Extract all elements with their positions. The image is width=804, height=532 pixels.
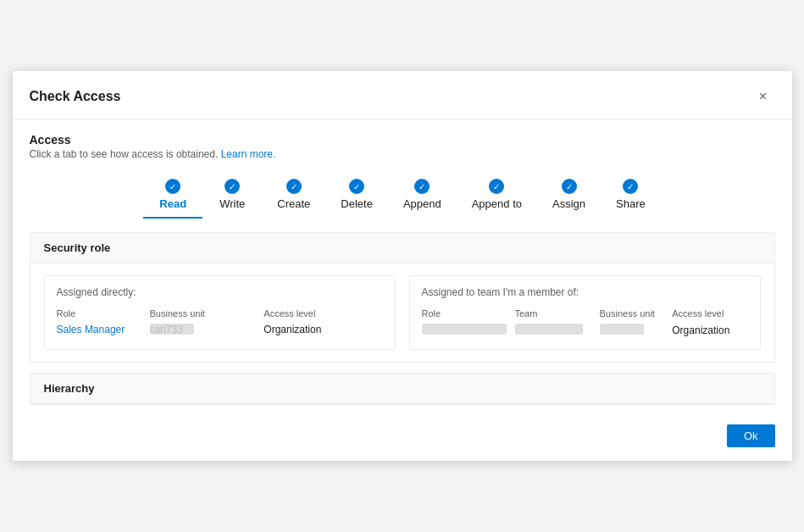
col-header-access-level: Access level [263,307,382,322]
business-unit-value: can733 [150,324,194,335]
create-check-icon: ✓ [286,179,302,194]
tab-read[interactable]: ✓ Read [143,174,202,219]
tab-create[interactable]: ✓ Create [262,174,325,219]
tab-append-label: Append [403,197,441,210]
team-access-level-cell: Organization [672,322,747,339]
col-header-team-role: Role [422,307,515,322]
assigned-grid: Assigned directly: Role Business unit Ac… [44,275,761,350]
assigned-directly-card: Assigned directly: Role Business unit Ac… [44,275,396,350]
assigned-team-table: Role Team Business unit Access level [422,307,748,339]
tab-write[interactable]: ✓ Write [202,174,262,219]
access-description: Click a tab to see how access is obtaine… [30,148,775,160]
write-check-icon: ✓ [225,179,240,194]
close-icon: × [759,89,767,104]
check-access-dialog: Check Access × Access Click a tab to see… [13,71,792,461]
learn-more-link[interactable]: Learn more. [221,148,276,160]
team-value [515,324,583,335]
security-role-body: Assigned directly: Role Business unit Ac… [30,263,774,362]
delete-check-icon: ✓ [349,179,364,194]
tab-assign[interactable]: ✓ Assign [537,174,601,219]
team-cell [515,322,600,339]
append-to-check-icon: ✓ [489,179,504,194]
hierarchy-section: Hierarchy [30,373,775,405]
tab-share[interactable]: ✓ Share [601,174,661,219]
table-row: Sales Manager can733 Organization [57,322,383,337]
security-role-section: Security role Assigned directly: Role Bu… [30,232,775,363]
tab-delete-label: Delete [341,197,373,210]
col-header-team: Team [515,307,600,322]
assigned-directly-title: Assigned directly: [57,286,383,298]
dialog-footer: Ok [727,424,775,447]
access-title: Access [30,133,775,147]
tab-write-label: Write [219,197,245,210]
dialog-body: Access Click a tab to see how access is … [13,119,792,429]
assigned-team-title: Assigned to team I'm a member of: [422,286,748,298]
team-business-unit-cell [600,322,673,339]
business-unit-cell: can733 [150,322,264,337]
table-row: Organization [422,322,748,339]
tab-read-label: Read [159,197,186,210]
ok-button[interactable]: Ok [727,424,775,447]
role-link-sales[interactable]: Sales [57,324,82,335]
tab-delete[interactable]: ✓ Delete [325,174,388,219]
col-header-business-unit: Business unit [150,307,264,322]
team-role-value [422,324,507,335]
append-check-icon: ✓ [414,179,430,194]
dialog-header: Check Access × [13,71,792,119]
tab-create-label: Create [277,197,310,210]
hierarchy-header: Hierarchy [30,374,774,404]
tab-assign-label: Assign [552,197,585,210]
col-header-team-business-unit: Business unit [600,307,673,322]
assigned-directly-table: Role Business unit Access level Sales Ma… [57,307,383,337]
tab-append-to-label: Append to [472,197,522,210]
role-cell: Sales Manager [57,322,150,337]
dialog-title: Check Access [30,89,121,104]
col-header-role: Role [57,307,150,322]
col-header-team-access-level: Access level [672,307,747,322]
assign-check-icon: ✓ [562,179,577,194]
tab-append[interactable]: ✓ Append [388,174,457,219]
close-button[interactable]: × [751,85,775,108]
share-check-icon: ✓ [623,179,638,194]
tab-append-to[interactable]: ✓ Append to [457,174,537,219]
tab-share-label: Share [616,197,646,210]
access-level-cell: Organization [263,322,382,337]
team-role-cell [422,322,515,339]
role-link-manager[interactable]: Manager [82,324,125,335]
team-business-unit-value [600,324,644,335]
assigned-team-card: Assigned to team I'm a member of: Role T… [409,275,761,350]
tabs-container: ✓ Read ✓ Write ✓ Create ✓ Delete ✓ Appen… [30,174,775,219]
security-role-header: Security role [30,233,774,263]
read-check-icon: ✓ [165,179,180,194]
